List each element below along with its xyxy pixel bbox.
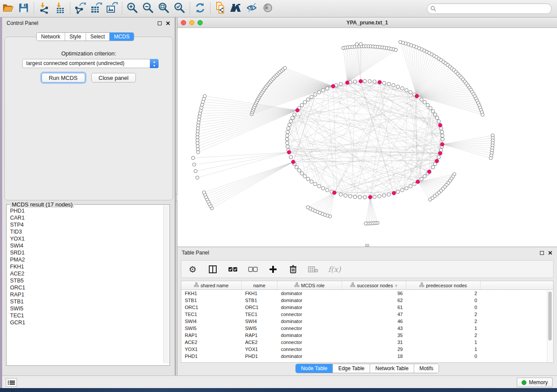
network-node[interactable] [401,189,404,192]
window-close-icon[interactable] [181,20,186,25]
memory-button[interactable]: Memory [517,378,553,387]
network-node[interactable] [197,121,201,124]
table-scrollbar[interactable] [547,290,553,362]
network-node[interactable] [306,206,310,209]
column-header-predecessor-nodes[interactable]: predecessor nodes [406,281,481,289]
network-node[interactable] [401,87,404,90]
refresh-button[interactable] [192,1,208,16]
mcds-hub-node[interactable] [331,84,335,88]
mcds-list-scrollbar[interactable] [163,205,169,363]
network-node[interactable] [310,95,313,99]
export-network-button[interactable] [73,1,88,16]
network-node[interactable] [314,93,317,96]
network-node[interactable] [420,98,423,101]
mcds-hub-node[interactable] [332,191,336,195]
network-node[interactable] [392,83,395,87]
network-node[interactable] [413,182,416,186]
network-node[interactable] [286,130,289,134]
network-window-titlebar[interactable]: YPA_prune.txt_1 [177,17,557,28]
table-row[interactable]: SWI5SWI5connector431 [181,325,553,332]
network-node[interactable] [355,43,359,46]
network-node[interactable] [437,120,440,123]
mcds-hub-node[interactable] [287,151,291,155]
close-panel-icon[interactable]: ✕ [548,251,553,255]
network-node[interactable] [306,98,310,101]
network-node[interactable] [382,81,386,85]
zoom-fit-button[interactable] [156,1,172,16]
criterion-dropdown[interactable]: largest connected component (undirected)… [22,59,159,68]
clone-network-button[interactable] [213,1,228,16]
table-row[interactable]: PHD1PHD1dominator180 [181,353,553,360]
export-image-button[interactable] [104,1,120,16]
list-item[interactable]: ACE2 [7,270,164,277]
network-node[interactable] [409,185,412,188]
list-item[interactable]: SWI5 [7,305,164,312]
list-item[interactable]: FKH1 [7,263,164,270]
network-node[interactable] [481,113,484,117]
network-node[interactable] [289,120,293,123]
tab-mcds[interactable]: MCDS [110,33,134,41]
network-node[interactable] [409,90,412,94]
network-node[interactable] [317,185,321,188]
zoom-selected-button[interactable] [172,1,187,16]
network-node[interactable] [306,177,310,181]
list-item[interactable]: TID3 [7,228,164,235]
network-node[interactable] [423,175,426,178]
network-node[interactable] [405,186,408,190]
network-node[interactable] [420,177,423,181]
network-node[interactable] [286,145,289,148]
network-node[interactable] [289,155,293,159]
network-node[interactable] [325,87,329,90]
import-network-button[interactable] [36,1,52,16]
hide-selected-button[interactable] [244,1,260,16]
gear-icon[interactable]: ⚙ [187,264,198,275]
network-node[interactable] [358,196,362,199]
column-header-MCDS-role[interactable]: MCDS role [277,281,342,289]
table-row[interactable]: YOX1YOX1connector291 [181,346,553,353]
network-node[interactable] [364,222,367,225]
search-network-button[interactable] [228,1,244,16]
list-item[interactable]: RAP1 [7,291,164,298]
mcds-hub-node[interactable] [378,80,382,84]
network-node[interactable] [339,83,343,86]
network-node[interactable] [489,156,493,160]
network-node[interactable] [377,195,381,198]
network-node[interactable] [314,182,317,186]
tab-select[interactable]: Select [86,33,110,41]
network-node[interactable] [344,194,347,197]
mcds-hub-node[interactable] [359,79,363,83]
close-panel-icon[interactable]: ✕ [166,21,170,25]
column-layout-icon[interactable] [208,264,218,275]
network-node[interactable] [202,191,206,194]
close-panel-button[interactable]: Close panel [91,73,136,83]
network-node[interactable] [325,189,329,192]
network-node[interactable] [396,85,400,89]
table-row[interactable]: SWI4SWI4dominator462 [181,318,553,325]
table-row[interactable]: STB1STB1dominator620 [181,297,553,304]
column-header-name[interactable]: name [242,281,277,289]
import-table-button[interactable] [52,1,68,16]
network-node[interactable] [436,116,439,120]
tab-motifs[interactable]: Motifs [414,364,439,373]
network-node[interactable] [429,107,432,110]
delete-icon[interactable] [288,264,298,275]
network-node[interactable] [373,195,376,199]
column-header-shared-name[interactable]: shared name [181,281,242,289]
list-item[interactable]: SWI4 [7,242,164,249]
network-node[interactable] [440,130,444,134]
table-row[interactable]: RAP1RAP1dominator352 [181,332,553,339]
float-panel-icon[interactable] [540,251,544,255]
network-node[interactable] [426,103,429,107]
network-node[interactable] [394,48,398,52]
network-node[interactable] [303,100,307,104]
network-node[interactable] [298,168,301,172]
network-node[interactable] [310,180,313,183]
network-node[interactable] [322,186,325,190]
table-row[interactable]: ORC1ORC1dominator610 [181,304,553,311]
network-node[interactable] [191,156,195,160]
network-node[interactable] [441,138,444,141]
network-node[interactable] [396,190,400,193]
mcds-hub-node[interactable] [427,170,431,174]
open-file-button[interactable] [0,1,16,16]
network-node[interactable] [300,103,304,107]
